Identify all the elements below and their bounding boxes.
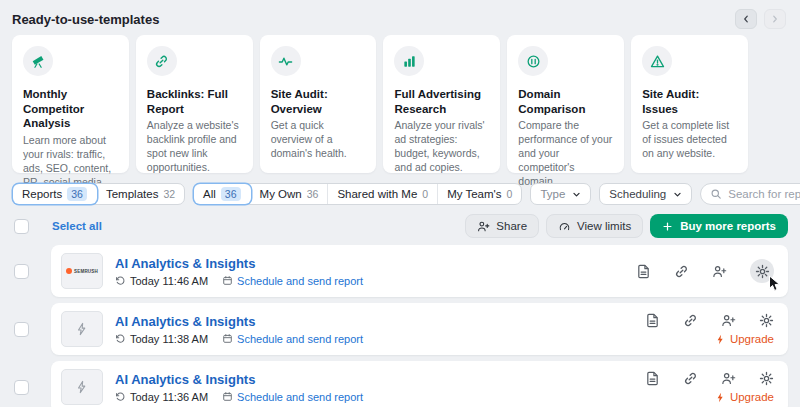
gear-icon[interactable] <box>759 371 774 386</box>
history-icon <box>115 333 126 344</box>
modified-time: Today 11:36 AM <box>130 391 208 403</box>
template-card-backlinks-full-report[interactable]: Backlinks: Full Report Analyze a website… <box>136 35 253 173</box>
copy-link-icon[interactable] <box>674 264 689 279</box>
template-card-domain-comparison[interactable]: Domain Comparison Compare the performanc… <box>507 35 624 173</box>
tab-count-badge: 36 <box>67 187 87 201</box>
copy-link-icon[interactable] <box>683 313 698 328</box>
export-file-icon[interactable] <box>636 264 651 279</box>
upgrade-bolt-icon <box>715 392 726 403</box>
mouse-cursor <box>768 275 781 293</box>
settings-button-hovered[interactable] <box>750 259 774 283</box>
tab-reports[interactable]: Reports 36 <box>13 184 97 204</box>
tab-label: My Team's <box>447 188 501 200</box>
dropdown-label: Scheduling <box>609 188 666 200</box>
page-title: Ready-to-use-templates <box>12 12 159 27</box>
upgrade-label: Upgrade <box>730 333 774 345</box>
modified-time: Today 11:46 AM <box>130 275 208 287</box>
report-row: SEMRUSH AI Analytics & Insights Today 11… <box>0 245 800 297</box>
warning-triangle-icon <box>642 46 672 76</box>
tab-label: All <box>203 188 216 200</box>
view-limits-label: View limits <box>577 220 631 232</box>
tab-my-teams[interactable]: My Team's 0 <box>438 184 521 204</box>
report-info: AI Analytics & Insights Today 11:38 AM S… <box>115 314 363 345</box>
template-card-monthly-competitor-analysis[interactable]: Monthly Competitor Analysis Learn more a… <box>12 35 129 173</box>
select-all-label[interactable]: Select all <box>52 220 102 232</box>
view-tabs: Reports 36 Templates 32 <box>12 183 185 205</box>
bolt-icon <box>75 322 89 336</box>
report-actions: Upgrade <box>645 313 774 345</box>
chevron-right-icon <box>770 14 780 24</box>
upgrade-link[interactable]: Upgrade <box>715 333 774 345</box>
limits-gauge-icon <box>558 220 571 233</box>
template-card-site-audit-overview[interactable]: Site Audit: Overview Get a quick overvie… <box>260 35 377 173</box>
user-plus-icon <box>477 220 490 233</box>
tab-count-badge: 36 <box>221 187 241 201</box>
template-description: Get a complete list of issues detected o… <box>642 119 738 161</box>
template-title: Backlinks: Full Report <box>147 87 243 116</box>
ownership-tabs: All 36 My Own 36 Shared with Me 0 My Tea… <box>193 183 522 205</box>
report-title-link[interactable]: AI Analytics & Insights <box>115 314 363 329</box>
last-modified: Today 11:38 AM <box>115 333 208 345</box>
search-input[interactable] <box>728 188 800 200</box>
template-cards: Monthly Competitor Analysis Learn more a… <box>0 35 800 173</box>
tab-all[interactable]: All 36 <box>194 184 250 204</box>
calendar-icon <box>222 391 233 402</box>
export-file-icon[interactable] <box>645 313 660 328</box>
chevron-down-icon <box>673 190 682 199</box>
upgrade-link[interactable]: Upgrade <box>715 391 774 403</box>
tab-count: 0 <box>507 188 513 200</box>
report-card: SEMRUSH AI Analytics & Insights Today 11… <box>51 245 788 297</box>
select-all-checkbox[interactable] <box>14 219 29 234</box>
dropdown-label: Type <box>540 188 565 200</box>
copy-link-icon[interactable] <box>683 371 698 386</box>
templates-header: Ready-to-use-templates <box>0 0 800 35</box>
semrush-logo-icon <box>66 268 72 274</box>
share-report-icon[interactable] <box>712 264 727 279</box>
upgrade-label: Upgrade <box>730 391 774 403</box>
tab-label: Templates <box>106 188 158 200</box>
template-card-site-audit-issues[interactable]: Site Audit: Issues Get a complete list o… <box>631 35 748 173</box>
report-meta: Today 11:36 AM Schedule and send report <box>115 391 363 403</box>
template-description: Analyze a website's backlink profile and… <box>147 119 243 175</box>
share-button[interactable]: Share <box>465 214 539 238</box>
last-modified: Today 11:46 AM <box>115 275 208 287</box>
history-icon <box>115 391 126 402</box>
scheduling-dropdown[interactable]: Scheduling <box>599 183 692 205</box>
view-limits-button[interactable]: View limits <box>546 214 643 238</box>
report-actions <box>636 259 774 283</box>
tab-my-own[interactable]: My Own 36 <box>251 184 329 204</box>
report-checkbox[interactable] <box>14 264 29 279</box>
tab-templates[interactable]: Templates 32 <box>97 184 184 204</box>
report-checkbox[interactable] <box>14 322 29 337</box>
schedule-action[interactable]: Schedule and send report <box>222 333 363 345</box>
upgrade-bolt-icon <box>715 334 726 345</box>
template-title: Monthly Competitor Analysis <box>23 87 119 131</box>
schedule-action[interactable]: Schedule and send report <box>222 275 363 287</box>
carousel-prev-button[interactable] <box>735 9 757 29</box>
tab-count: 32 <box>163 188 175 200</box>
modified-time: Today 11:38 AM <box>130 333 208 345</box>
template-title: Full Advertising Research <box>394 87 490 116</box>
report-info: AI Analytics & Insights Today 11:46 AM S… <box>115 256 363 287</box>
share-report-icon[interactable] <box>721 371 736 386</box>
report-checkbox[interactable] <box>14 380 29 395</box>
report-action-icons <box>636 259 774 283</box>
report-title-link[interactable]: AI Analytics & Insights <box>115 372 363 387</box>
schedule-link[interactable]: Schedule and send report <box>237 391 363 403</box>
report-title-link[interactable]: AI Analytics & Insights <box>115 256 363 271</box>
tab-shared-with-me[interactable]: Shared with Me 0 <box>328 184 438 204</box>
chevron-down-icon <box>572 190 581 199</box>
export-file-icon[interactable] <box>645 371 660 386</box>
template-card-full-advertising-research[interactable]: Full Advertising Research Analyze your r… <box>383 35 500 173</box>
report-action-icons <box>645 371 774 386</box>
report-row: AI Analytics & Insights Today 11:38 AM S… <box>0 303 800 355</box>
schedule-link[interactable]: Schedule and send report <box>237 275 363 287</box>
schedule-link[interactable]: Schedule and send report <box>237 333 363 345</box>
type-dropdown[interactable]: Type <box>530 183 591 205</box>
buy-more-reports-button[interactable]: Buy more reports <box>650 214 788 238</box>
share-report-icon[interactable] <box>721 313 736 328</box>
carousel-next-button[interactable] <box>764 9 786 29</box>
report-thumbnail-bolt <box>61 369 103 405</box>
schedule-action[interactable]: Schedule and send report <box>222 391 363 403</box>
gear-icon[interactable] <box>759 313 774 328</box>
